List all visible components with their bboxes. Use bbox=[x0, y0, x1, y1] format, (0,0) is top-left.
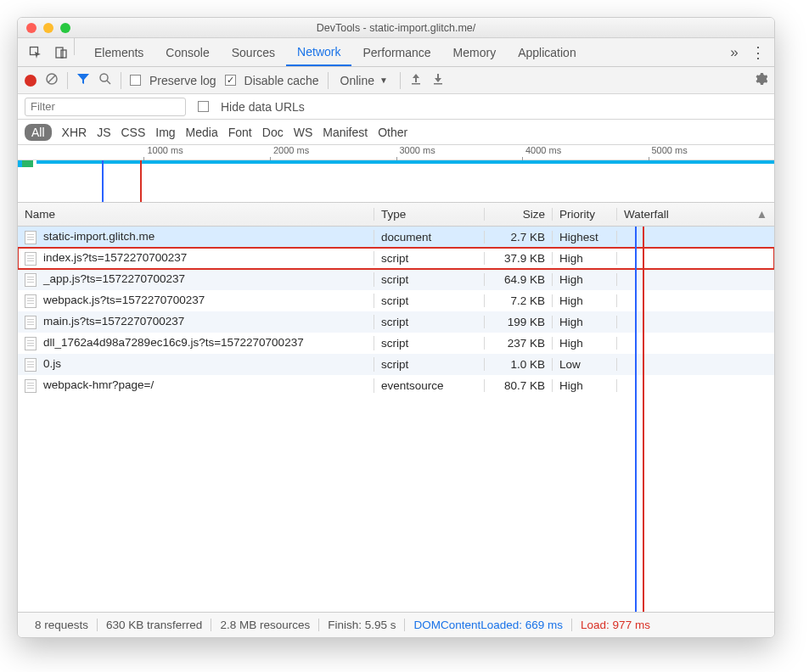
status-bar: 8 requests 630 KB transferred 2.8 MB res… bbox=[18, 612, 774, 637]
request-type: script bbox=[374, 252, 485, 265]
file-icon bbox=[25, 273, 37, 287]
record-button[interactable] bbox=[25, 75, 37, 87]
clear-icon[interactable] bbox=[45, 72, 59, 88]
table-header: Name Type Size Priority Waterfall ▲ bbox=[18, 203, 774, 227]
request-name: static-import.glitch.me bbox=[43, 230, 154, 243]
table-row[interactable]: webpack.js?ts=1572270700237script7.2 KBH… bbox=[18, 290, 774, 311]
request-priority: Low bbox=[553, 358, 617, 371]
request-type: script bbox=[374, 316, 485, 328]
type-filter-css[interactable]: CSS bbox=[121, 126, 145, 139]
network-toolbar: Preserve log Disable cache Online ▼ bbox=[18, 67, 774, 94]
status-resources: 2.8 MB resources bbox=[211, 619, 319, 631]
throttling-select[interactable]: Online ▼ bbox=[337, 74, 391, 87]
filter-input[interactable] bbox=[25, 98, 186, 116]
filter-row: Hide data URLs bbox=[18, 94, 774, 120]
type-filter-media[interactable]: Media bbox=[186, 126, 218, 139]
request-type: script bbox=[374, 337, 485, 350]
type-filter-row: All XHRJSCSSImgMediaFontDocWSManifestOth… bbox=[18, 120, 774, 145]
menu-kebab-icon[interactable]: ⋮ bbox=[747, 38, 769, 66]
svg-rect-1 bbox=[56, 48, 63, 58]
zoom-icon[interactable] bbox=[60, 23, 70, 33]
request-priority: High bbox=[553, 294, 617, 307]
request-name: main.js?ts=1572270700237 bbox=[43, 315, 184, 328]
request-size: 237 KB bbox=[485, 337, 553, 350]
col-priority[interactable]: Priority bbox=[553, 208, 617, 221]
table-row[interactable]: index.js?ts=1572270700237script37.9 KBHi… bbox=[18, 248, 774, 269]
svg-rect-7 bbox=[412, 83, 420, 85]
col-type[interactable]: Type bbox=[374, 208, 485, 221]
file-icon bbox=[25, 231, 37, 244]
request-name: index.js?ts=1572270700237 bbox=[43, 251, 187, 264]
col-name[interactable]: Name bbox=[18, 208, 374, 221]
type-filter-ws[interactable]: WS bbox=[294, 126, 313, 139]
request-size: 37.9 KB bbox=[485, 252, 553, 265]
file-icon bbox=[25, 337, 37, 350]
request-name: webpack.js?ts=1572270700237 bbox=[43, 294, 205, 306]
table-row[interactable]: static-import.glitch.medocument2.7 KBHig… bbox=[18, 227, 774, 248]
disable-cache-checkbox[interactable] bbox=[225, 75, 236, 86]
status-load: Load: 977 ms bbox=[572, 619, 659, 631]
table-row[interactable]: 0.jsscript1.0 KBLow bbox=[18, 354, 774, 375]
table-row[interactable]: dll_1762a4d98a7289ec16c9.js?ts=157227070… bbox=[18, 333, 774, 354]
filter-toggle-icon[interactable] bbox=[76, 72, 90, 88]
request-name: dll_1762a4d98a7289ec16c9.js?ts=157227070… bbox=[43, 336, 304, 349]
status-requests: 8 requests bbox=[26, 619, 98, 631]
request-priority: High bbox=[553, 252, 617, 265]
titlebar: DevTools - static-import.glitch.me/ bbox=[18, 18, 774, 38]
col-waterfall[interactable]: Waterfall ▲ bbox=[617, 208, 774, 221]
table-row[interactable]: main.js?ts=1572270700237script199 KBHigh bbox=[18, 311, 774, 333]
request-priority: High bbox=[553, 316, 617, 328]
tabs: ElementsConsoleSourcesNetworkPerformance… bbox=[83, 38, 587, 66]
tab-elements[interactable]: Elements bbox=[83, 38, 154, 66]
devtools-window: DevTools - static-import.glitch.me/ Elem… bbox=[17, 17, 775, 638]
hide-data-urls-checkbox[interactable] bbox=[198, 101, 209, 112]
tab-memory[interactable]: Memory bbox=[442, 38, 508, 66]
status-finish: Finish: 5.95 s bbox=[319, 619, 405, 631]
type-filter-doc[interactable]: Doc bbox=[262, 126, 284, 139]
type-filter-font[interactable]: Font bbox=[228, 126, 252, 139]
status-transferred: 630 KB transferred bbox=[98, 619, 211, 631]
inspect-icon[interactable] bbox=[23, 38, 48, 66]
settings-gear-icon[interactable] bbox=[754, 72, 767, 88]
download-har-icon[interactable] bbox=[431, 72, 445, 88]
more-tabs-icon[interactable]: » bbox=[722, 38, 747, 66]
search-icon[interactable] bbox=[98, 72, 112, 88]
upload-har-icon[interactable] bbox=[409, 72, 423, 88]
device-toggle-icon[interactable] bbox=[48, 38, 74, 66]
file-icon bbox=[25, 252, 37, 266]
tab-network[interactable]: Network bbox=[286, 38, 351, 66]
preserve-log-label: Preserve log bbox=[149, 74, 216, 87]
throttling-value: Online bbox=[340, 74, 374, 87]
svg-line-4 bbox=[48, 76, 55, 82]
request-type: eventsource bbox=[374, 379, 485, 392]
type-filter-xhr[interactable]: XHR bbox=[62, 126, 87, 139]
status-dcl: DOMContentLoaded: 669 ms bbox=[405, 619, 572, 631]
request-name: webpack-hmr?page=/ bbox=[43, 378, 154, 391]
tab-console[interactable]: Console bbox=[154, 38, 220, 66]
request-priority: High bbox=[553, 273, 617, 286]
type-filter-other[interactable]: Other bbox=[378, 126, 407, 139]
tab-performance[interactable]: Performance bbox=[351, 38, 441, 66]
table-row[interactable]: _app.js?ts=1572270700237script64.9 KBHig… bbox=[18, 269, 774, 290]
minimize-icon[interactable] bbox=[43, 23, 53, 33]
tab-application[interactable]: Application bbox=[507, 38, 587, 66]
request-size: 2.7 KB bbox=[485, 231, 553, 244]
window-title: DevTools - static-import.glitch.me/ bbox=[18, 22, 774, 34]
close-icon[interactable] bbox=[26, 23, 37, 33]
request-name: 0.js bbox=[43, 357, 61, 370]
svg-rect-8 bbox=[434, 83, 442, 85]
timeline-overview[interactable]: 1000 ms2000 ms3000 ms4000 ms5000 ms6000 … bbox=[18, 145, 774, 203]
request-priority: High bbox=[553, 337, 617, 350]
table-body: static-import.glitch.medocument2.7 KBHig… bbox=[18, 227, 774, 612]
col-size[interactable]: Size bbox=[485, 208, 553, 221]
type-filter-js[interactable]: JS bbox=[97, 126, 110, 139]
tab-sources[interactable]: Sources bbox=[221, 38, 286, 66]
type-filter-manifest[interactable]: Manifest bbox=[323, 126, 368, 139]
preserve-log-checkbox[interactable] bbox=[130, 75, 141, 86]
table-row[interactable]: webpack-hmr?page=/eventsource80.7 KBHigh bbox=[18, 375, 774, 396]
type-filter-all[interactable]: All bbox=[25, 124, 52, 141]
request-type: document bbox=[374, 231, 485, 244]
load-marker bbox=[140, 160, 142, 202]
sort-asc-icon: ▲ bbox=[756, 208, 767, 221]
type-filter-img[interactable]: Img bbox=[155, 126, 175, 139]
